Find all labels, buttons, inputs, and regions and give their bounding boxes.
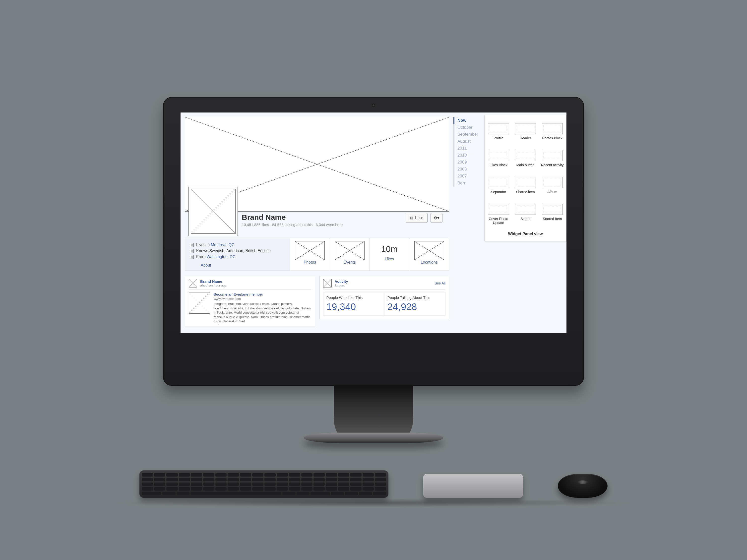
imac-device: Brand Name 10,451,885 likes · 84,568 tal… [163, 97, 584, 443]
post-avatar[interactable] [189, 279, 197, 288]
widget-photos-block[interactable]: Photos Block [540, 123, 565, 143]
like-icon: ⊠ [410, 216, 413, 220]
post-image-placeholder[interactable] [189, 292, 210, 314]
widget-label: Shared item [516, 190, 535, 197]
widget-header[interactable]: Header [513, 123, 538, 143]
monitor-frame: Brand Name 10,451,885 likes · 84,568 tal… [163, 97, 584, 386]
stand-neck [334, 385, 413, 437]
widget-panel: ProfileHeaderPhotos BlockLikes BlockMain… [484, 115, 566, 241]
trackpad [423, 474, 523, 498]
gear-icon: ⚙▾ [434, 216, 439, 220]
tab-photos[interactable]: Photos [290, 238, 330, 270]
likes-count: 10m [370, 244, 409, 254]
widget-label: Cover Photo Update [486, 217, 511, 225]
stat-talking-value: 24,928 [387, 302, 442, 312]
widget-thumb [515, 150, 536, 161]
like-button-label: Like [415, 215, 423, 220]
bullet-icon [190, 249, 194, 253]
tab-events[interactable]: Events [330, 238, 369, 270]
lives-link[interactable]: Montreal, QC [211, 243, 235, 247]
widget-label: Photos Block [542, 136, 563, 143]
widget-likes-block[interactable]: Likes Block [486, 150, 511, 170]
widget-thumb [542, 150, 563, 161]
widget-thumb [488, 177, 509, 188]
activity-icon [323, 279, 332, 288]
bullet-icon [190, 255, 194, 259]
widget-label: Separator [491, 190, 506, 197]
profile-picture-frame[interactable] [188, 187, 238, 236]
about-from: From Washington, DC [190, 255, 285, 259]
camera-dot [372, 104, 375, 107]
widget-separator[interactable]: Separator [486, 177, 511, 197]
widget-thumb [542, 177, 563, 188]
about-knows: Knows Swedish, American, British English [190, 249, 285, 253]
widget-thumb [542, 123, 563, 134]
see-all-link[interactable]: See All [435, 281, 445, 285]
widget-starred-item[interactable]: Starred Item [540, 204, 565, 225]
widget-profile[interactable]: Profile [486, 123, 511, 143]
widget-thumb [515, 204, 536, 215]
widget-label: Album [547, 190, 557, 197]
post-body-text: Integer at erat sem, vitae suscipit enim… [214, 302, 311, 324]
profile-picture-placeholder [191, 189, 236, 234]
tab-about[interactable]: About [190, 263, 285, 268]
stat-talking: People Talking About This 24,928 [384, 292, 445, 316]
activity-month: August [335, 284, 348, 287]
activity-title: Activity [335, 279, 348, 284]
post-title-link[interactable]: Become an Everlane member [214, 292, 263, 296]
tab-locations[interactable]: Locations [409, 238, 449, 270]
widget-panel-title: Widget Panel view [486, 232, 565, 236]
peripherals [139, 463, 608, 498]
tab-likes[interactable]: 10m Likes [369, 238, 409, 270]
widget-thumb [515, 177, 536, 188]
mouse [558, 474, 608, 498]
widget-label: Main button [516, 163, 534, 170]
widget-label: Status [520, 217, 531, 224]
widget-main-button[interactable]: Main button [513, 150, 538, 170]
screen: Brand Name 10,451,885 likes · 84,568 tal… [181, 112, 566, 333]
widget-album[interactable]: Album [540, 177, 565, 197]
keyboard [139, 471, 388, 498]
about-lives: Lives in Montreal, QC [190, 243, 285, 247]
stand-foot [304, 432, 443, 443]
widget-thumb [488, 150, 509, 161]
widget-label: Starred Item [543, 217, 562, 224]
widget-shared-item[interactable]: Shared item [513, 177, 538, 197]
from-link[interactable]: Washington, DC [207, 255, 236, 259]
widget-thumb [542, 204, 563, 215]
bullet-icon [190, 243, 194, 247]
widget-thumb [515, 123, 536, 134]
info-strip: Lives in Montreal, QC Knows Swedish, Ame… [185, 238, 449, 271]
widget-label: Profile [493, 136, 504, 143]
widget-cover-photo-update[interactable]: Cover Photo Update [486, 204, 511, 225]
widget-label: Header [520, 136, 531, 143]
stat-likes-value: 19,340 [327, 302, 381, 312]
widget-status[interactable]: Status [513, 204, 538, 225]
widget-label: Recent activity [541, 163, 564, 170]
widget-thumb [488, 123, 509, 134]
activity-card: Activity August See All People Who Like … [319, 276, 449, 319]
post-url: www.everlane.com [214, 297, 311, 301]
like-button[interactable]: ⊠ Like [406, 213, 428, 223]
about-list: Lives in Montreal, QC Knows Swedish, Ame… [190, 243, 285, 259]
events-thumb [335, 241, 364, 260]
photos-thumb [295, 241, 325, 260]
widget-label: Likes Block [490, 163, 508, 170]
page-title: Brand Name [242, 213, 343, 221]
post-card: Brand Name about an hour ago Become an E… [185, 276, 315, 327]
widget-thumb [488, 204, 509, 215]
locations-thumb [414, 241, 444, 260]
post-time: about an hour ago [200, 284, 227, 287]
stat-likes: People Who Like This 19,340 [323, 292, 384, 316]
settings-button[interactable]: ⚙▾ [431, 213, 442, 223]
post-author[interactable]: Brand Name [200, 279, 227, 284]
widget-recent-activity[interactable]: Recent activity [540, 150, 565, 170]
page-stats-line: 10,451,885 likes · 84,568 talking about … [242, 222, 343, 227]
